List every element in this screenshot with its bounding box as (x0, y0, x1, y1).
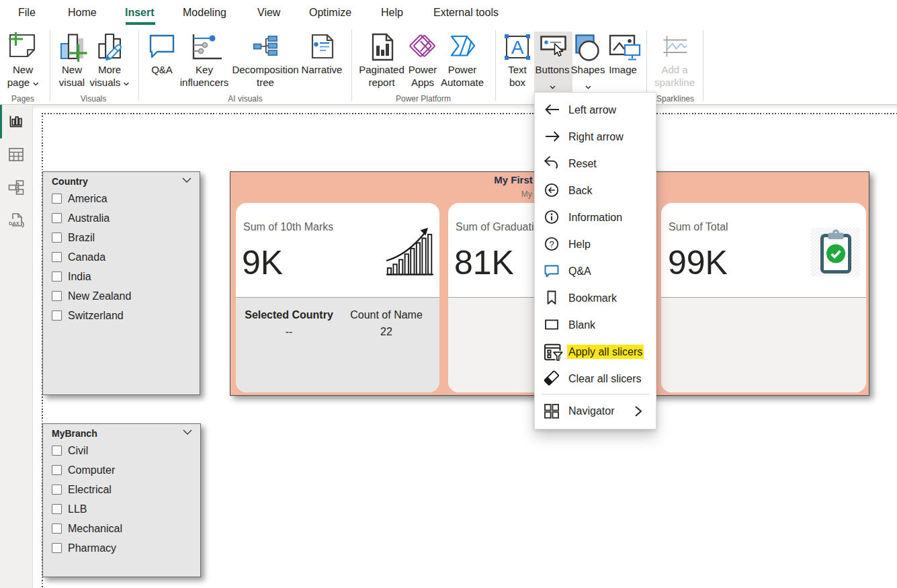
svg-text:DAX: DAX (9, 220, 19, 226)
svg-text:A: A (511, 37, 524, 58)
svg-text:?: ? (549, 239, 554, 249)
